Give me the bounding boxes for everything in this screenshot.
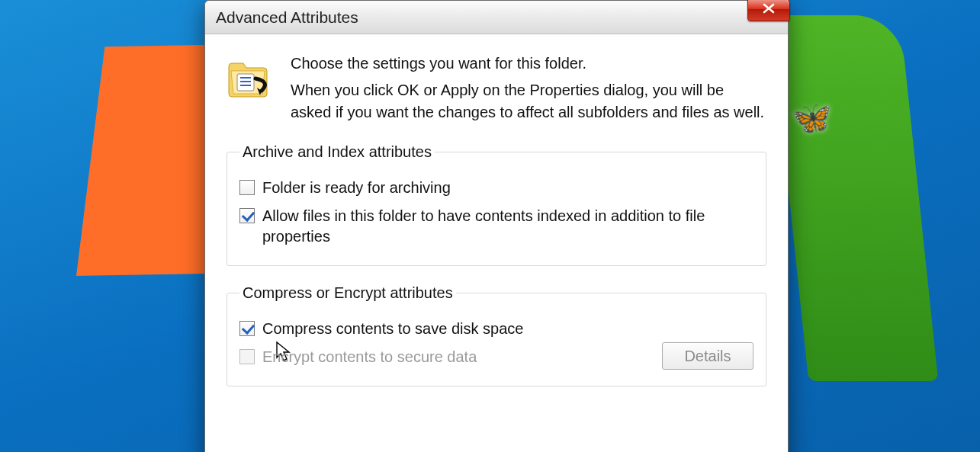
intro-section: Choose the settings you want for this fo… [227, 53, 766, 123]
wallpaper-green-leaf [770, 15, 938, 381]
option-label: Compress contents to save disk space [262, 319, 753, 339]
checkbox-checked-icon[interactable] [239, 208, 255, 223]
dialog-title: Advanced Attributes [216, 8, 358, 27]
archive-index-group: Archive and Index attributes Folder is r… [227, 143, 766, 266]
archive-index-legend: Archive and Index attributes [239, 143, 435, 161]
option-folder-ready-archiving[interactable]: Folder is ready for archiving [239, 178, 753, 198]
option-label: Folder is ready for archiving [262, 178, 753, 198]
option-allow-indexing[interactable]: Allow files in this folder to have conte… [239, 206, 753, 247]
dialog-titlebar[interactable]: Advanced Attributes [205, 1, 788, 34]
details-button: Details [662, 342, 753, 370]
option-encrypt-contents: Encrypt contents to secure data Details [239, 347, 753, 367]
intro-line-1: Choose the settings you want for this fo… [291, 53, 766, 75]
compress-encrypt-legend: Compress or Encrypt attributes [239, 284, 456, 302]
close-button[interactable] [747, 0, 790, 21]
option-compress-contents[interactable]: Compress contents to save disk space [239, 319, 753, 339]
option-label: Allow files in this folder to have conte… [262, 206, 753, 247]
advanced-attributes-dialog: Advanced Attributes [204, 0, 789, 452]
intro-line-2: When you click OK or Apply on the Proper… [291, 79, 766, 123]
checkbox-disabled-icon [239, 349, 255, 364]
dialog-body: Choose the settings you want for this fo… [205, 34, 788, 386]
intro-text: Choose the settings you want for this fo… [291, 53, 766, 123]
checkbox-unchecked-icon[interactable] [239, 180, 255, 195]
close-icon [762, 3, 776, 17]
desktop-background: 🦋 Advanced Attributes [0, 0, 980, 452]
compress-encrypt-group: Compress or Encrypt attributes Compress … [227, 284, 766, 386]
wallpaper-butterfly-icon: 🦋 [792, 99, 831, 136]
folder-settings-icon [227, 56, 274, 100]
checkbox-checked-icon[interactable] [239, 321, 255, 336]
